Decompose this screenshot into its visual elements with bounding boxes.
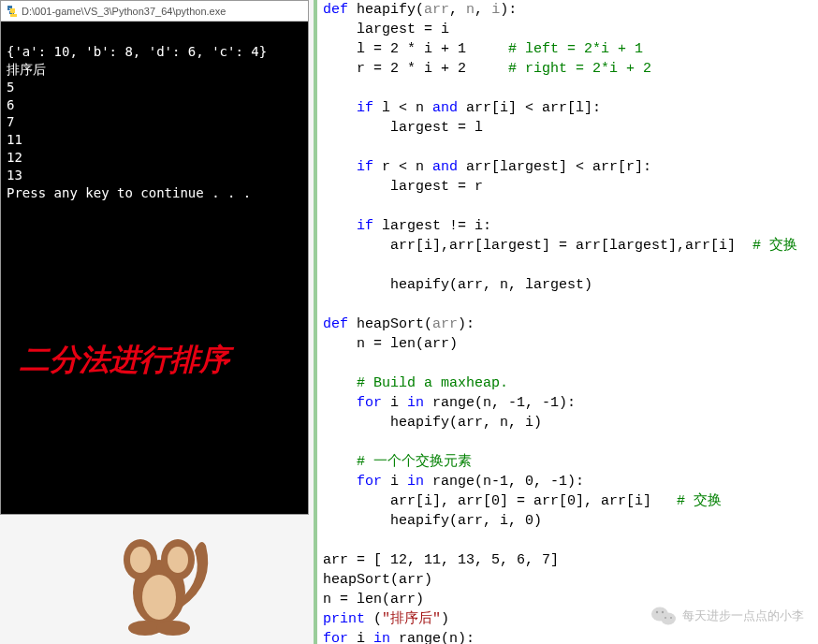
console-line: 13 [7,168,22,183]
svg-point-4 [130,547,151,573]
arr-literal: arr = [ 12, 11, 13, 5, 6, 7] [323,552,559,568]
jerry-cartoon-image [94,518,225,639]
console-title-bar[interactable]: D:\001-game\VS_3\Python37_64\python.exe [1,1,308,22]
func-heapsort: heapSort [357,316,424,332]
comment: # left = 2*i + 1 [508,41,643,57]
svg-point-12 [665,617,666,619]
svg-point-10 [656,611,658,613]
console-window: D:\001-game\VS_3\Python37_64\python.exe … [0,0,309,515]
left-panel: D:\001-game\VS_3\Python37_64\python.exe … [0,0,309,644]
console-output[interactable]: {'a': 10, 'b': 8, 'd': 6, 'c': 4} 排序后 5 … [1,22,308,514]
code-editor[interactable]: def heapify(arr, n, i): largest = i l = … [314,0,818,644]
console-line: {'a': 10, 'b': 8, 'd': 6, 'c': 4} [7,44,267,59]
svg-point-11 [662,611,664,613]
comment: # right = 2*i + 2 [508,61,651,77]
console-line: 12 [7,150,22,165]
python-icon [5,5,18,18]
comment: # 交换 [677,493,722,509]
overlay-caption: 二分法进行排序 [20,340,229,380]
svg-point-7 [156,621,190,636]
console-line: Press any key to continue . . . [7,185,251,200]
console-line: 6 [7,97,14,112]
comment: # 一个个交换元素 [357,454,472,470]
svg-point-5 [168,547,188,573]
wechat-icon [650,605,677,627]
keyword-def: def [323,316,348,332]
console-line: 排序后 [7,62,46,77]
keyword-def: def [323,2,348,18]
console-title: D:\001-game\VS_3\Python37_64\python.exe [22,6,226,17]
func-heapify: heapify [357,2,416,18]
comment: # Build a maxheap. [357,375,508,391]
svg-point-1 [142,575,176,620]
wechat-watermark: 每天进步一点点的小李 [650,605,804,627]
console-line: 5 [7,80,14,95]
watermark-text: 每天进步一点点的小李 [682,607,804,624]
svg-point-9 [661,613,676,625]
console-line: 11 [7,132,22,147]
string: "排序后" [382,611,441,627]
console-line: 7 [7,114,14,129]
svg-point-13 [670,617,672,619]
comment: # 交换 [752,238,797,254]
